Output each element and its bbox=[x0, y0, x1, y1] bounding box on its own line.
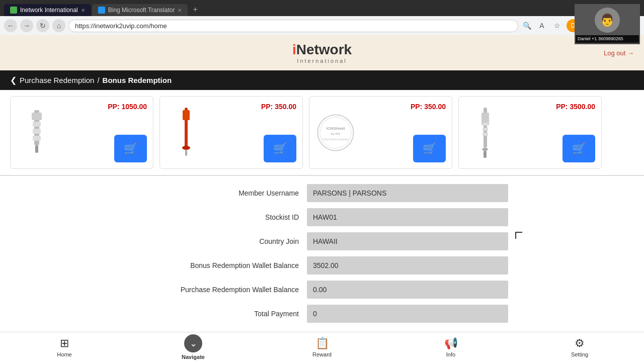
info-nav-icon: 📢 bbox=[444, 337, 458, 350]
setting-nav-icon: ⚙ bbox=[575, 337, 585, 350]
product-image-1 bbox=[17, 105, 57, 160]
svg-rect-19 bbox=[482, 123, 488, 126]
product-pp-4: PP: 3500.00 bbox=[556, 103, 595, 111]
svg-rect-20 bbox=[482, 128, 488, 131]
video-person-figure: 👨 bbox=[595, 8, 620, 33]
tab-close-inetwork[interactable]: ✕ bbox=[81, 8, 85, 13]
input-bonus-wallet[interactable] bbox=[307, 256, 508, 275]
form-row-stockist-id: Stockist ID bbox=[10, 208, 634, 226]
svg-rect-9 bbox=[185, 150, 187, 156]
breadcrumb-back-icon[interactable]: ❮ bbox=[10, 75, 17, 85]
browser-toolbar: ← → ↻ ⌂ 🔍 A ☆ D 👤 ↻ ★ ⬇ bbox=[0, 16, 644, 35]
logout-button[interactable]: Log out → bbox=[604, 49, 634, 57]
label-bonus-wallet: Bonus Redemption Wallet Balance bbox=[136, 261, 307, 269]
svg-rect-21 bbox=[482, 133, 488, 136]
tab-label-inetwork: Inetwork International bbox=[20, 7, 78, 14]
breadcrumb-separator: / bbox=[97, 76, 99, 84]
breadcrumb: ❮ Purchase Redemption / Bonus Redemption bbox=[0, 70, 644, 90]
browser-tabs: Inetwork International ✕ Bing Microsoft … bbox=[4, 3, 640, 16]
tab-inetwork[interactable]: Inetwork International ✕ bbox=[4, 4, 91, 16]
product-info-2: PP: 350.00 🛒 bbox=[212, 103, 296, 162]
input-total-payment[interactable] bbox=[307, 305, 508, 323]
logo-text: iNetwork bbox=[292, 42, 352, 58]
star-icon[interactable]: ☆ bbox=[551, 20, 562, 31]
input-member-username[interactable] bbox=[307, 184, 508, 202]
nav-item-info[interactable]: 📢 Info bbox=[386, 337, 515, 357]
svg-rect-18 bbox=[484, 151, 487, 158]
navigate-circle: ⌄ bbox=[184, 334, 202, 352]
new-tab-button[interactable]: + bbox=[189, 3, 201, 16]
reward-nav-icon: 📋 bbox=[315, 337, 329, 350]
product-card-2: PP: 350.00 🛒 bbox=[159, 96, 303, 169]
svg-rect-5 bbox=[35, 145, 38, 153]
navigate-nav-label: Navigate bbox=[182, 354, 205, 360]
info-nav-label: Info bbox=[446, 351, 455, 357]
url-bar[interactable] bbox=[68, 20, 518, 32]
product-image-3: IONShield by iNS Colour Series Accessori… bbox=[315, 105, 356, 160]
product-pp-1: PP: 1050.00 bbox=[108, 103, 147, 111]
back-button[interactable]: ← bbox=[4, 19, 17, 32]
logout-label: Log out → bbox=[604, 49, 634, 57]
add-to-cart-button-1[interactable]: 🛒 bbox=[114, 135, 147, 162]
product-pp-3: PP: 350.00 bbox=[411, 103, 446, 111]
form-row-bonus-wallet: Bonus Redemption Wallet Balance bbox=[10, 256, 634, 275]
translate-icon[interactable]: A bbox=[536, 20, 547, 31]
input-stockist-id[interactable] bbox=[307, 208, 508, 226]
svg-text:by iNS: by iNS bbox=[331, 132, 340, 135]
forward-button[interactable]: → bbox=[20, 19, 33, 32]
add-to-cart-button-2[interactable]: 🛒 bbox=[264, 135, 296, 162]
product-info-4: PP: 3500.00 🛒 bbox=[511, 103, 595, 162]
home-nav-label: Home bbox=[57, 351, 71, 357]
svg-rect-3 bbox=[33, 129, 41, 134]
tab-close-bing[interactable]: ✕ bbox=[178, 8, 182, 13]
svg-text:IONShield: IONShield bbox=[327, 126, 345, 130]
navigate-icon: ⌄ bbox=[190, 338, 197, 349]
svg-point-8 bbox=[182, 146, 190, 150]
svg-rect-4 bbox=[33, 136, 41, 141]
products-section: PP: 1050.00 🛒 PP: 350.00 🛒 IONShield by bbox=[0, 90, 644, 176]
video-overlay: 👨 Daniel +1 3609890265 bbox=[575, 4, 640, 44]
nav-item-setting[interactable]: ⚙ Setting bbox=[515, 337, 644, 357]
tab-favicon-inetwork bbox=[10, 7, 17, 14]
nav-item-reward[interactable]: 📋 Reward bbox=[258, 337, 386, 357]
logo-network: Network bbox=[296, 42, 352, 57]
bottom-nav: ⊞ Home ⌄ Navigate 📋 Reward 📢 Info ⚙ Sett… bbox=[0, 332, 644, 362]
product-image-2 bbox=[166, 105, 206, 160]
logo-subtitle: International bbox=[297, 58, 347, 64]
tab-favicon-bing bbox=[98, 7, 105, 14]
product-card-3: IONShield by iNS Colour Series Accessori… bbox=[309, 96, 452, 169]
svg-rect-1 bbox=[32, 113, 42, 120]
svg-point-17 bbox=[482, 148, 488, 151]
label-member-username: Member Username bbox=[136, 189, 307, 197]
breadcrumb-current: Bonus Redemption bbox=[103, 76, 172, 84]
label-total-payment: Total Payment bbox=[136, 310, 307, 318]
product-info-1: PP: 1050.00 🛒 bbox=[63, 103, 147, 162]
nav-item-home[interactable]: ⊞ Home bbox=[0, 337, 129, 357]
home-nav-icon: ⊞ bbox=[60, 337, 69, 350]
nav-item-navigate[interactable]: ⌄ Navigate bbox=[129, 334, 258, 360]
reward-nav-label: Reward bbox=[312, 351, 332, 357]
page-header: iNetwork International Log out → bbox=[0, 35, 644, 70]
logo-i: i bbox=[292, 42, 296, 57]
search-icon[interactable]: 🔍 bbox=[521, 20, 532, 31]
product-pp-2: PP: 350.00 bbox=[261, 103, 296, 111]
svg-text:Colour Series Accessories: Colour Series Accessories bbox=[323, 138, 349, 141]
product-image-4 bbox=[465, 105, 505, 160]
tab-bing[interactable]: Bing Microsoft Translator ✕ bbox=[92, 4, 188, 16]
add-to-cart-button-3[interactable]: 🛒 bbox=[413, 135, 446, 162]
form-row-country-join: Country Join bbox=[10, 232, 634, 250]
browser-chrome: Inetwork International ✕ Bing Microsoft … bbox=[0, 0, 644, 35]
product-card-1: PP: 1050.00 🛒 bbox=[10, 96, 153, 169]
refresh-button[interactable]: ↻ bbox=[36, 19, 49, 32]
form-section: Member Username Stockist ID Country Join… bbox=[0, 176, 644, 337]
label-country-join: Country Join bbox=[136, 237, 307, 245]
input-country-join[interactable] bbox=[307, 232, 508, 250]
input-purchase-wallet[interactable] bbox=[307, 281, 508, 299]
form-row-total-payment: Total Payment bbox=[10, 305, 634, 323]
setting-nav-label: Setting bbox=[571, 351, 588, 357]
home-button[interactable]: ⌂ bbox=[52, 19, 65, 32]
svg-rect-7 bbox=[183, 110, 190, 120]
add-to-cart-button-4[interactable]: 🛒 bbox=[562, 135, 595, 162]
product-card-4: PP: 3500.00 🛒 bbox=[458, 96, 602, 169]
breadcrumb-purchase: Purchase Redemption bbox=[20, 76, 94, 84]
